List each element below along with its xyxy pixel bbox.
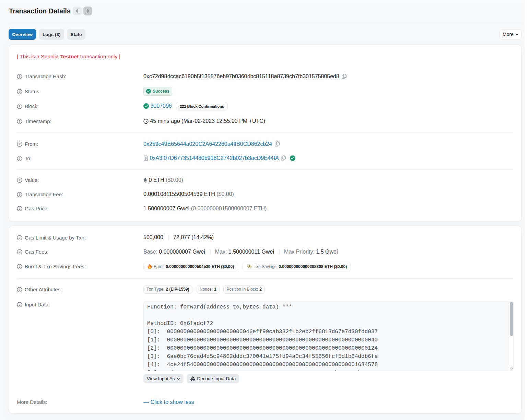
svg-text:?: ?: [19, 142, 21, 146]
svg-text:?: ?: [19, 250, 21, 254]
svg-text:?: ?: [19, 90, 21, 93]
svg-text:?: ?: [19, 288, 21, 291]
svg-text:?: ?: [19, 236, 21, 240]
svg-text:?: ?: [19, 119, 21, 123]
svg-text:?: ?: [19, 303, 21, 307]
svg-text:?: ?: [19, 105, 21, 108]
svg-text:?: ?: [19, 178, 21, 182]
svg-text:?: ?: [19, 192, 21, 196]
svg-text:?: ?: [19, 207, 21, 211]
svg-text:?: ?: [19, 156, 21, 160]
svg-text:?: ?: [19, 75, 21, 79]
svg-text:?: ?: [19, 265, 21, 268]
